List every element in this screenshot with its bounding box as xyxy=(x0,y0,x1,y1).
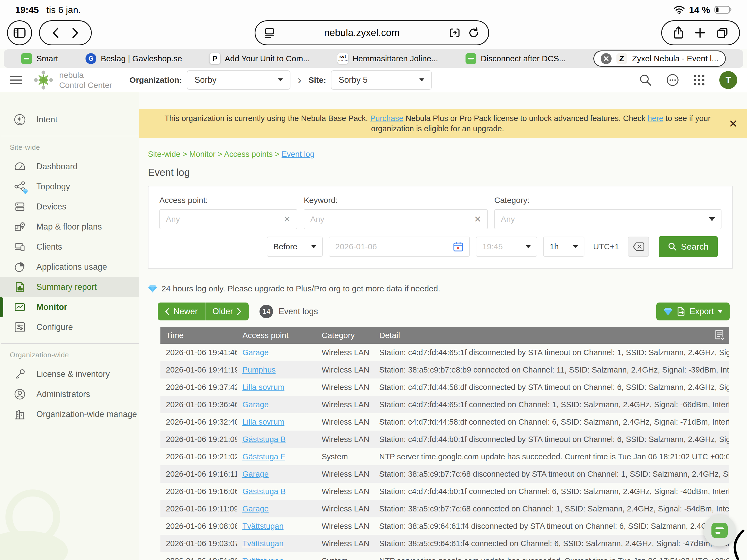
site-select[interactable]: Sorby 5 xyxy=(331,70,432,90)
organization-label: Organization: xyxy=(129,75,182,85)
access-point-link[interactable]: Gäststuga B xyxy=(242,487,286,496)
calendar-icon[interactable] xyxy=(453,241,463,252)
sidebar-item-administrators[interactable]: Administrators xyxy=(0,384,139,404)
url-text[interactable]: nebula.zyxel.com xyxy=(275,27,449,38)
tab-overview-icon[interactable] xyxy=(716,27,728,39)
tab-gavleshop[interactable]: G Beslag | Gavleshop.se xyxy=(85,53,182,64)
apps-grid-icon[interactable] xyxy=(693,74,705,86)
access-point-cell: Pumphus xyxy=(237,361,316,378)
sidebar-item-monitor[interactable]: Monitor xyxy=(0,297,139,317)
column-settings-icon[interactable] xyxy=(714,330,725,341)
new-tab-icon[interactable] xyxy=(695,27,705,38)
sidebar-item-dashboard[interactable]: Dashboard xyxy=(0,157,139,177)
export-button[interactable]: Export xyxy=(656,302,730,320)
breadcrumb-path[interactable]: Site-wide > Monitor > Access points > xyxy=(148,150,282,158)
export-label: Export xyxy=(690,306,714,316)
banner-text: This organization is currently using the… xyxy=(164,114,370,123)
event-detail: Station: 38:a5:c9:64:61:f4 disconnected … xyxy=(374,517,729,535)
access-point-link[interactable]: Lilla sovrum xyxy=(242,418,284,426)
window-select[interactable]: 1h xyxy=(543,237,585,257)
sidebar-item-label: Topology xyxy=(36,182,70,191)
newer-button[interactable]: Newer xyxy=(158,302,205,320)
sidebar-item-summary-report[interactable]: Summary report xyxy=(0,277,139,297)
here-link[interactable]: here xyxy=(648,114,663,123)
table-header-row: Time Access point Category Detail xyxy=(160,327,729,344)
search-icon[interactable] xyxy=(639,74,652,86)
tab-smart[interactable]: Smart xyxy=(21,53,58,64)
share-icon[interactable] xyxy=(673,26,684,39)
sidebar-item-map-floor-plans[interactable]: Map & floor plans xyxy=(0,217,139,237)
page-extensions-icon[interactable] xyxy=(449,27,461,39)
sidebar-item-organization-wide-manage[interactable]: Organization-wide manage xyxy=(0,404,139,424)
date: tis 6 jan. xyxy=(46,5,81,15)
keyword-input[interactable]: Any ✕ xyxy=(304,209,488,229)
forward-button[interactable] xyxy=(72,27,79,38)
section-label-organization-wide: Organization-wide xyxy=(0,351,139,359)
sidebar-item-clients[interactable]: Clients xyxy=(0,237,139,257)
access-point-link[interactable]: Tvättstugan xyxy=(242,522,284,530)
access-point-cell: Gäststuga B xyxy=(237,431,316,448)
sidebar-item-label: Map & floor plans xyxy=(36,222,102,232)
sidebar-toggle-button[interactable] xyxy=(7,20,32,45)
organization-value: Sorby xyxy=(195,75,216,85)
column-header-access-point: Access point xyxy=(237,327,316,344)
more-options-icon[interactable] xyxy=(666,74,679,86)
tab-zyxel-nebula-active[interactable]: Z Zyxel Nebula - Event l... xyxy=(593,51,726,67)
reader-icon[interactable] xyxy=(264,27,275,39)
sidebar-item-devices[interactable]: Devices xyxy=(0,197,139,217)
time-mode-select[interactable]: Before xyxy=(267,237,323,257)
sidebar-item-license-inventory[interactable]: License & inventory xyxy=(0,364,139,384)
older-button[interactable]: Older xyxy=(205,302,249,320)
placeholder-text: Any xyxy=(310,215,325,224)
sidebar-item-applications-usage[interactable]: Applications usage xyxy=(0,257,139,277)
configure-icon xyxy=(14,321,26,334)
menu-icon[interactable] xyxy=(10,76,22,84)
tab-add-your-unit[interactable]: P Add Your Unit to Com... xyxy=(210,53,310,64)
access-point-link[interactable]: Gäststuga B xyxy=(242,435,286,444)
access-point-link[interactable]: Garage xyxy=(242,470,269,478)
clear-icon[interactable]: ✕ xyxy=(283,214,291,224)
avatar[interactable]: T xyxy=(719,71,737,89)
back-button[interactable] xyxy=(52,27,59,38)
table-row: 2026-01-06 19:32:40Lilla sovrumWireless … xyxy=(160,413,729,431)
access-point-link[interactable]: Garage xyxy=(242,504,269,513)
organization-select[interactable]: Sorby xyxy=(187,70,290,90)
tab-disconnect[interactable]: Disconnect after DCS... xyxy=(465,53,566,64)
access-point-cell: Garage xyxy=(237,465,316,483)
key-icon xyxy=(14,368,26,380)
battery-percent: 14 % xyxy=(689,5,710,15)
event-detail: NTP server time.google.com update has su… xyxy=(374,448,729,465)
access-point-link[interactable]: Gäststuga F xyxy=(242,452,285,461)
access-point-link[interactable]: Tvättstugan xyxy=(242,557,284,560)
sidebar-item-configure[interactable]: Configure xyxy=(0,317,139,337)
access-point-link[interactable]: Garage xyxy=(242,348,269,357)
clear-icon[interactable]: ✕ xyxy=(474,214,481,224)
pen-stroke-mark xyxy=(731,530,746,560)
access-point-link[interactable]: Lilla sovrum xyxy=(242,383,284,392)
close-tab-icon[interactable] xyxy=(601,53,612,64)
access-point-link[interactable]: Tvättstugan xyxy=(242,539,284,548)
purchase-link[interactable]: Purchase xyxy=(370,114,404,123)
event-detail: Station: 38:a5:c9:b7:7c:68 connected on … xyxy=(374,500,729,517)
time-select[interactable]: 19:45 xyxy=(476,237,537,257)
close-icon[interactable]: ✕ xyxy=(728,118,738,129)
address-bar[interactable]: nebula.zyxel.com xyxy=(255,20,489,45)
event-time: 2026-01-06 19:08:08 xyxy=(160,517,237,535)
date-input[interactable]: 2026-01-06 xyxy=(329,237,470,257)
browser-toolbar: nebula.zyxel.com xyxy=(0,17,747,49)
table-row: 2026-01-06 19:36:46GarageWireless LANSta… xyxy=(160,396,729,413)
sidebar-item-topology[interactable]: Topology xyxy=(0,177,139,197)
access-point-cell: Lilla sovrum xyxy=(237,378,316,396)
access-point-link[interactable]: Pumphus xyxy=(242,366,276,374)
clear-search-button[interactable] xyxy=(628,237,649,257)
reload-icon[interactable] xyxy=(468,27,480,39)
event-time: 2026-01-06 19:21:02 xyxy=(160,448,237,465)
site-value: Sorby 5 xyxy=(338,75,367,85)
access-point-link[interactable]: Garage xyxy=(242,400,269,409)
category-select[interactable]: Any xyxy=(494,209,721,229)
tab-hemmasittaren[interactable]: svtNYHETER Hemmasittaren Joline... xyxy=(337,53,438,64)
access-point-input[interactable]: Any ✕ xyxy=(159,209,297,229)
breadcrumb-current-link[interactable]: Event log xyxy=(282,150,314,158)
sidebar-item-intent[interactable]: Intent xyxy=(0,110,139,130)
search-button[interactable]: Search xyxy=(659,236,718,257)
